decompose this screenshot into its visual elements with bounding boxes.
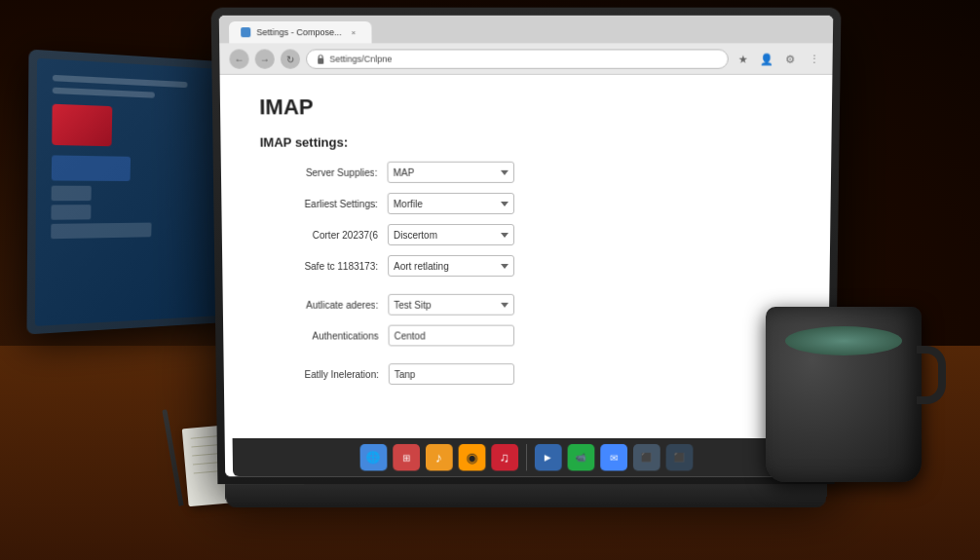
dock-separator — [526, 444, 527, 470]
dock-icon-app6[interactable]: ▶ — [534, 444, 561, 470]
background-laptop-screen — [35, 58, 233, 326]
tab-close-button[interactable]: × — [348, 26, 359, 38]
laptop-keyboard — [225, 484, 826, 507]
dock-icon-messages[interactable]: ✉ — [600, 444, 627, 470]
bg-bar-2 — [53, 88, 156, 98]
input-eatlly[interactable] — [389, 363, 514, 385]
star-icon-button[interactable]: ★ — [735, 50, 752, 67]
settings-icon-button[interactable]: ⚙ — [781, 50, 799, 67]
tab-bar: Settings - Compose... × — [219, 16, 834, 44]
label-auth: Authentications — [262, 330, 379, 341]
page-content: IMAP IMAP settings: Server Supplies: MAP… — [220, 75, 833, 476]
label-server-supplies: Server Supplies: — [260, 167, 378, 177]
forward-button[interactable]: → — [255, 49, 275, 68]
select-corter[interactable]: Discertom — [388, 224, 514, 245]
input-auth[interactable] — [388, 325, 514, 347]
select-safe[interactable]: Aort retlating — [388, 255, 514, 277]
dock-icon-music[interactable]: ♫ — [491, 444, 518, 470]
nav-icons: ★ 👤 ⚙ ⋮ — [735, 50, 823, 67]
main-laptop: Settings - Compose... × ← → ↻ Settings/C… — [211, 8, 842, 484]
form-row-server-supplies: Server Supplies: MAP — [260, 162, 792, 183]
background-laptop — [26, 50, 240, 335]
label-eatlly: Eatlly Ineleration: — [262, 369, 378, 380]
dock-icon-amazon[interactable]: ◉ — [458, 444, 485, 470]
bg-list-2 — [52, 186, 92, 202]
back-button[interactable]: ← — [229, 49, 248, 68]
dock-icon-facetime[interactable]: 📹 — [567, 444, 594, 470]
dock-icon-app3[interactable]: ♪ — [425, 444, 452, 470]
select-autlicate[interactable]: Test Sitp — [388, 294, 514, 316]
mug-handle — [917, 346, 946, 404]
label-safe: Safe tc 1183173: — [261, 260, 378, 271]
form-row-autlicate: Autlicate aderes: Test Sitp — [262, 294, 791, 316]
address-text: Settings/Cnlpne — [329, 55, 392, 64]
refresh-button[interactable]: ↻ — [281, 49, 300, 68]
label-earliest-settings: Earliest Settings: — [260, 198, 377, 208]
dock-icon-app10[interactable]: ⬛ — [665, 444, 693, 470]
dock-icon-app9[interactable]: ⬛ — [632, 444, 660, 470]
profile-icon-button[interactable]: 👤 — [758, 50, 775, 67]
select-server-supplies[interactable]: MAP — [387, 162, 514, 183]
bg-list-4 — [51, 223, 152, 240]
browser-nav-bar: ← → ↻ Settings/Cnlpne ★ 👤 ⚙ ⋮ — [219, 43, 833, 75]
svg-rect-0 — [318, 58, 323, 64]
form-row-earliest-settings: Earliest Settings: Morfile — [260, 193, 791, 214]
bg-list-3 — [51, 205, 91, 220]
section-title: IMAP settings: — [260, 135, 793, 150]
taskbar: 🌐 ⊞ ♪ ◉ ♫ ▶ 📹 ✉ ⬛ ⬛ — [233, 438, 820, 476]
bg-email-icon — [52, 104, 112, 147]
form-row-safe: Safe tc 1183173: Aort retlating — [261, 255, 791, 277]
address-bar[interactable]: Settings/Cnlpne — [306, 49, 729, 68]
dock-icon-finder[interactable]: 🌐 — [359, 444, 387, 470]
form-row-auth: Authentications — [262, 325, 790, 347]
page-title: IMAP — [259, 94, 793, 120]
form-row-eatlly: Eatlly Ineleration: — [262, 363, 789, 385]
menu-icon-button[interactable]: ⋮ — [805, 50, 822, 67]
label-corter: Corter 20237(6 — [261, 230, 378, 241]
browser-chrome: Settings - Compose... × ← → ↻ Settings/C… — [219, 16, 834, 75]
label-autlicate: Autlicate aderes: — [262, 299, 379, 310]
lock-icon — [317, 55, 324, 64]
dock-icon-launchpad[interactable]: ⊞ — [393, 444, 420, 470]
tab-favicon — [241, 27, 250, 37]
tab-label: Settings - Compose... — [256, 27, 341, 37]
bg-list-1 — [52, 155, 131, 181]
select-earliest-settings[interactable]: Morfile — [388, 193, 514, 214]
bg-bar-1 — [53, 75, 188, 88]
laptop-screen: Settings - Compose... × ← → ↻ Settings/C… — [219, 16, 834, 476]
coffee-mug — [766, 307, 922, 482]
form-row-corter: Corter 20237(6 Discertom — [261, 224, 792, 245]
browser-tab[interactable]: Settings - Compose... × — [229, 21, 371, 43]
